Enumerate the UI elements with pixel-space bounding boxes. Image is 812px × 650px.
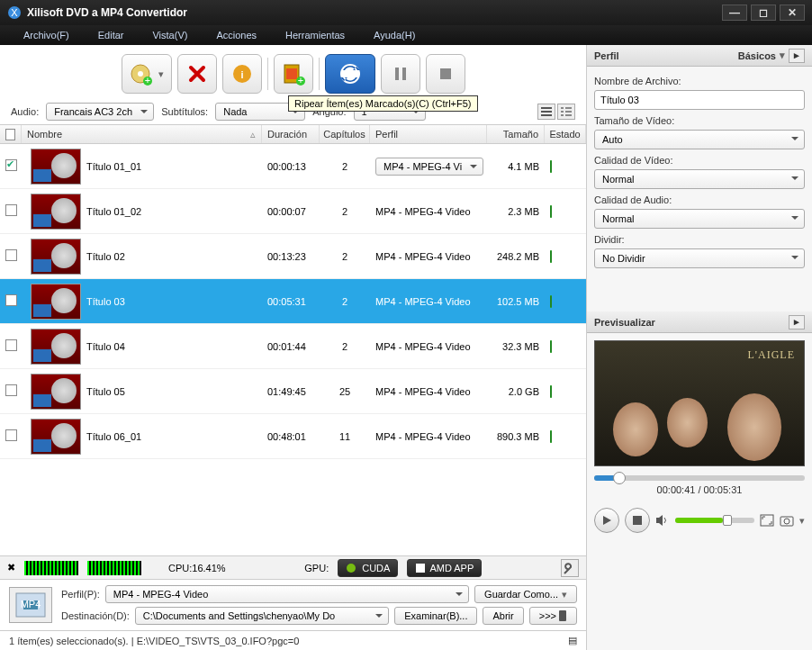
menu-acciones[interactable]: Acciones: [202, 30, 271, 41]
row-name: Título 03: [81, 296, 262, 307]
menu-vista[interactable]: Vista(V): [138, 30, 202, 41]
effects-button[interactable]: +: [274, 54, 313, 94]
row-checkbox[interactable]: [5, 204, 17, 216]
menu-herramientas[interactable]: Herramientas: [271, 30, 359, 41]
row-size: 32.3 MB: [487, 341, 545, 352]
close-meter-icon[interactable]: ✖: [7, 562, 15, 573]
view-list-button[interactable]: [537, 104, 555, 120]
volume-slider[interactable]: [675, 518, 754, 523]
status-menu-icon[interactable]: ▤: [568, 635, 577, 646]
mp4-icon: MP4: [14, 591, 47, 618]
row-name: Título 06_01: [81, 431, 262, 442]
basicos-dropdown[interactable]: Básicos: [738, 50, 776, 61]
play-button[interactable]: [594, 508, 619, 533]
profile-preview-icon: MP4: [9, 587, 52, 623]
delete-x-icon: [186, 63, 208, 85]
device-button[interactable]: >>>: [529, 607, 577, 625]
row-chapters: 2: [320, 296, 370, 307]
preview-stop-button[interactable]: [625, 508, 650, 533]
row-duration: 01:49:45: [262, 386, 320, 397]
calidad-video-select[interactable]: Normal: [594, 169, 805, 189]
info-button[interactable]: i: [222, 54, 262, 94]
row-checkbox[interactable]: [5, 339, 17, 351]
col-duracion[interactable]: Duración: [262, 125, 320, 143]
row-perfil-select[interactable]: MP4 - MPEG-4 Vi: [375, 158, 483, 176]
row-size: 2.3 MB: [487, 206, 545, 217]
bottom-panel: MP4 Perfil(P): MP4 - MPEG-4 Video Guarda…: [0, 579, 586, 630]
row-size: 4.1 MB: [487, 161, 545, 172]
stop-icon: [437, 65, 455, 83]
app-title: Xilisoft DVD a MP4 Convertidor: [27, 6, 718, 19]
gpu-settings-button[interactable]: [561, 559, 579, 577]
amd-button[interactable]: AMD APP: [407, 559, 482, 577]
list-icon: [541, 107, 552, 116]
abrir-button[interactable]: Abrir: [483, 607, 523, 625]
select-all-checkbox[interactable]: [5, 129, 15, 140]
minimize-button[interactable]: —: [722, 5, 747, 21]
add-disc-button[interactable]: + ▾: [122, 54, 172, 94]
examinar-button[interactable]: Examinar(B)...: [394, 607, 477, 625]
perfil-bottom-select[interactable]: MP4 - MPEG-4 Video: [105, 585, 469, 603]
svg-text:MP4: MP4: [21, 599, 41, 609]
col-nombre[interactable]: Nombre▵: [22, 125, 262, 143]
snapshot-menu[interactable]: ▾: [799, 515, 805, 527]
preview-collapse-button[interactable]: ▸: [789, 315, 805, 330]
menu-editar[interactable]: Editar: [84, 30, 139, 41]
pause-button[interactable]: [381, 54, 420, 94]
maximize-button[interactable]: ◻: [751, 5, 776, 21]
delete-button[interactable]: [177, 54, 217, 94]
table-row[interactable]: Título 0300:05:312MP4 - MPEG-4 Video102.…: [0, 279, 586, 324]
table-row[interactable]: Título 01_0200:00:072MP4 - MPEG-4 Video2…: [0, 189, 586, 234]
menu-ayuda[interactable]: Ayuda(H): [359, 30, 429, 41]
col-capitulos[interactable]: Capítulos: [320, 125, 370, 143]
col-estado[interactable]: Estado: [545, 125, 586, 143]
table-row[interactable]: Título 0200:13:232MP4 - MPEG-4 Video248.…: [0, 234, 586, 279]
col-tamano[interactable]: Tamaño: [487, 125, 545, 143]
tamano-video-select[interactable]: Auto: [594, 130, 805, 149]
row-duration: 00:00:07: [262, 206, 320, 217]
row-chapters: 25: [320, 386, 370, 397]
view-detail-button[interactable]: [557, 104, 575, 120]
dest-select[interactable]: C:\Documents and Settings\chenyao\My Do: [135, 607, 389, 625]
row-name: Título 01_01: [81, 161, 262, 172]
audio-select[interactable]: Francais AC3 2ch: [46, 103, 154, 121]
calidad-audio-select[interactable]: Normal: [594, 209, 805, 229]
col-perfil[interactable]: Perfil: [370, 125, 487, 143]
table-row[interactable]: Título 01_0100:00:132MP4 - MPEG-4 Vi4.1 …: [0, 144, 586, 189]
row-checkbox[interactable]: [5, 159, 17, 171]
rip-button[interactable]: [325, 54, 375, 94]
stop-button[interactable]: [426, 54, 465, 94]
seek-bar[interactable]: [594, 475, 805, 481]
guardar-como-button[interactable]: Guardar Como...▾: [474, 585, 577, 603]
detail-icon: [561, 107, 572, 116]
row-perfil: MP4 - MPEG-4 Video: [375, 341, 471, 352]
svg-rect-26: [416, 564, 425, 573]
table-row[interactable]: Título 0501:49:4525MP4 - MPEG-4 Video2.0…: [0, 369, 586, 414]
snapshot-icon[interactable]: [780, 514, 794, 527]
row-checkbox[interactable]: [5, 429, 17, 441]
perfil-collapse-button[interactable]: ▸: [789, 49, 805, 63]
table-row[interactable]: Título 06_0100:48:0111MP4 - MPEG-4 Video…: [0, 414, 586, 459]
cuda-button[interactable]: CUDA: [338, 559, 398, 577]
svg-rect-16: [541, 107, 552, 109]
volume-icon[interactable]: [655, 514, 670, 527]
audio-value: Francais AC3 2ch: [54, 106, 132, 117]
table-body: Título 01_0100:00:132MP4 - MPEG-4 Vi4.1 …: [0, 144, 586, 555]
row-checkbox[interactable]: [5, 294, 17, 306]
nombre-archivo-input[interactable]: Título 03: [594, 90, 805, 110]
row-checkbox[interactable]: [5, 384, 17, 396]
row-size: 248.2 MB: [487, 251, 545, 262]
row-chapters: 11: [320, 431, 370, 442]
svg-rect-20: [565, 107, 572, 109]
fullscreen-icon[interactable]: [760, 514, 774, 527]
row-checkbox[interactable]: [5, 249, 17, 261]
row-perfil: MP4 - MPEG-4 Video: [375, 251, 471, 262]
menu-archivo[interactable]: Archivo(F): [9, 30, 84, 41]
titlebar: X Xilisoft DVD a MP4 Convertidor — ◻ ✕: [0, 0, 812, 25]
svg-text:i: i: [240, 69, 243, 80]
dividir-select[interactable]: No Dividir: [594, 248, 805, 268]
row-status-icon: [550, 250, 552, 263]
close-button[interactable]: ✕: [780, 5, 805, 21]
table-row[interactable]: Título 0400:01:442MP4 - MPEG-4 Video32.3…: [0, 324, 586, 369]
preview-video[interactable]: [594, 340, 805, 466]
